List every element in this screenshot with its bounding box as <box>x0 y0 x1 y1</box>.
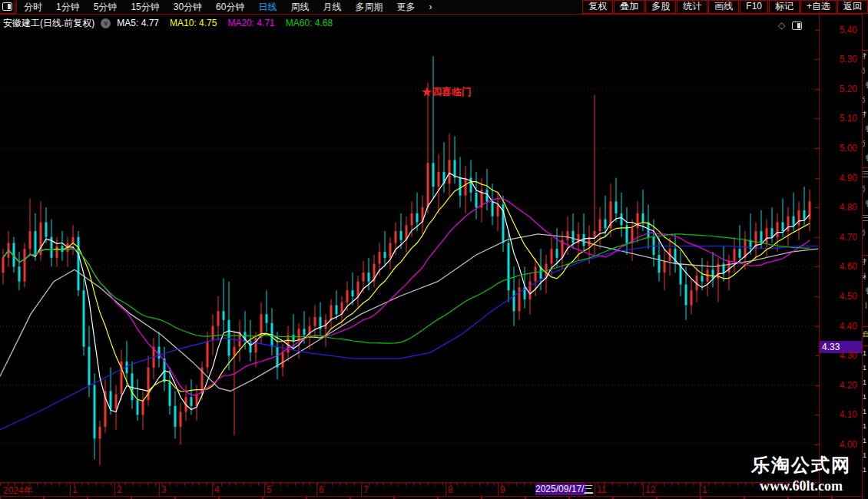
time-axis-label: 7 <box>363 484 369 495</box>
price-axis-label: 4.70 <box>840 233 857 242</box>
split-panel-icon[interactable] <box>792 21 802 30</box>
stock-title: 安徽建工(日线.前复权) <box>3 17 94 30</box>
ma-legend-item: MA20: 4.71 <box>227 18 274 28</box>
price-axis-label: 4.30 <box>840 351 857 360</box>
price-axis-label: 4.40 <box>840 322 857 331</box>
chart-overlay-icons: ◇ <box>778 20 802 31</box>
price-axis-label: 5.20 <box>840 84 857 94</box>
diamond-icon[interactable]: ◇ <box>778 20 785 31</box>
right-edge-clipped-panel: 扌氵刂氵扌刂氵刂彐氵刂彐氵扌礻刂丨自111111111 <box>862 14 868 499</box>
time-axis-label: 3 <box>161 484 167 495</box>
time-axis-label: 4 <box>214 484 220 495</box>
ma-legend-item: MA5: 4.77 <box>117 18 159 28</box>
price-axis-label: 4.90 <box>840 173 857 183</box>
watermark: 乐淘公式网 www.60lt.com <box>751 453 851 494</box>
time-axis: 2025/09/17/三 2024年12345678911121 <box>0 482 819 497</box>
price-axis-label: 4.80 <box>840 203 857 212</box>
price-axis-label: 4.50 <box>840 292 857 301</box>
signal-annotation: ★四喜临门 <box>422 85 472 99</box>
price-axis-label: 4.00 <box>840 440 857 449</box>
ma-legend-item: MA60: 4.68 <box>286 18 333 28</box>
date-highlight-badge: 2025/09/17/三 <box>535 484 586 495</box>
price-axis: 4.33 5.405.305.205.105.004.904.804.704.6… <box>820 14 862 496</box>
candlestick-chart[interactable] <box>0 0 819 482</box>
time-axis-label: 2 <box>117 484 122 495</box>
time-axis-label: 12 <box>645 484 655 495</box>
watermark-url: www.60lt.com <box>751 478 851 494</box>
ma-legend: MA5: 4.77MA10: 4.75MA20: 4.71MA60: 4.68 <box>117 18 343 28</box>
price-axis-label: 4.60 <box>840 262 857 271</box>
price-axis-label: 5.10 <box>840 114 857 123</box>
bottom-toolbar-clipped <box>0 496 868 499</box>
toolbar-button-返回[interactable]: 返回 <box>837 0 868 14</box>
time-axis-label: 11 <box>597 484 606 495</box>
price-axis-label: 5.40 <box>840 25 857 35</box>
chart-header: 安徽建工(日线.前复权) ∨ MA5: 4.77MA10: 4.75MA20: … <box>3 17 343 29</box>
price-axis-label: 5.00 <box>840 144 857 153</box>
time-axis-label: 1 <box>72 484 78 495</box>
price-axis-label: 4.10 <box>840 410 857 419</box>
stock-chart-app: 分时1分钟5分钟15分钟30分钟60分钟日线周线月线多周期更多› 复权叠加多股统… <box>0 0 868 499</box>
ma-legend-item: MA10: 4.75 <box>170 18 217 28</box>
watermark-site-name: 乐淘公式网 <box>751 453 851 478</box>
chevron-down-icon[interactable]: ∨ <box>101 18 111 28</box>
time-axis-label: 5 <box>267 484 272 495</box>
time-axis-label: 9 <box>500 484 505 495</box>
time-axis-label: 1 <box>702 484 707 495</box>
price-axis-label: 4.20 <box>840 381 857 390</box>
time-axis-label: 6 <box>319 484 324 495</box>
price-axis-label: 5.30 <box>840 55 857 64</box>
time-axis-label: 8 <box>448 484 453 495</box>
